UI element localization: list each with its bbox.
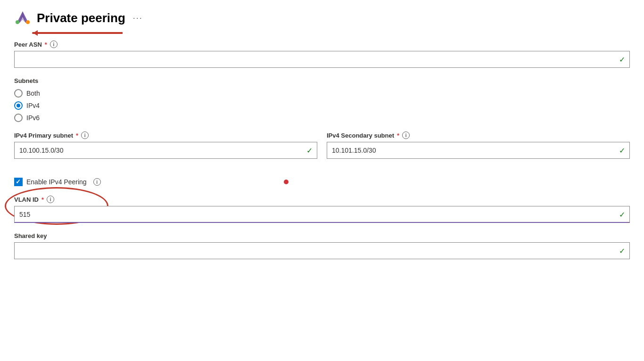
ipv4-primary-info-icon[interactable]: i bbox=[81, 131, 89, 139]
shared-key-checkmark: ✓ bbox=[619, 246, 625, 255]
vlan-id-input[interactable] bbox=[14, 206, 630, 223]
ipv4-secondary-label: IPv4 Secondary subnet * i bbox=[327, 131, 630, 139]
ipv4-primary-checkmark: ✓ bbox=[306, 146, 313, 155]
subnets-field: Subnets Both IPv4 IPv6 bbox=[14, 77, 630, 122]
subnet-ipv4-option[interactable]: IPv4 bbox=[14, 101, 630, 110]
ipv4-secondary-field: IPv4 Secondary subnet * i ✓ bbox=[327, 131, 630, 159]
vlan-id-label-text: VLAN ID bbox=[14, 196, 39, 203]
enable-ipv4-peering-label: Enable IPv4 Peering bbox=[26, 178, 87, 186]
ipv4-secondary-input-wrapper: ✓ bbox=[327, 142, 630, 159]
subnet-both-radio[interactable] bbox=[14, 89, 23, 98]
vlan-id-checkmark: ✓ bbox=[619, 210, 625, 219]
subnets-label: Subnets bbox=[14, 77, 630, 84]
vlan-id-input-wrapper: ✓ bbox=[14, 206, 630, 223]
ipv4-secondary-label-text: IPv4 Secondary subnet bbox=[327, 132, 394, 139]
annotation-arrow bbox=[28, 28, 123, 42]
ipv4-primary-label-text: IPv4 Primary subnet bbox=[14, 132, 73, 139]
subnet-ipv6-option[interactable]: IPv6 bbox=[14, 114, 630, 122]
enable-ipv4-peering-info-icon[interactable]: i bbox=[93, 178, 101, 186]
shared-key-label: Shared key bbox=[14, 232, 630, 239]
shared-key-input-wrapper: ✓ bbox=[14, 242, 630, 259]
more-options-button[interactable]: ··· bbox=[133, 13, 143, 23]
ipv4-secondary-checkmark: ✓ bbox=[619, 146, 625, 155]
peer-asn-checkmark: ✓ bbox=[619, 55, 625, 64]
vlan-id-label: VLAN ID * i bbox=[14, 196, 630, 203]
svg-point-2 bbox=[16, 20, 19, 24]
peer-asn-input-wrapper: ✓ bbox=[14, 51, 630, 68]
subnet-ipv6-label: IPv6 bbox=[26, 114, 40, 122]
vlan-id-info-icon[interactable]: i bbox=[47, 196, 54, 203]
ipv4-primary-input-wrapper: ✓ bbox=[14, 142, 317, 159]
azure-logo-icon bbox=[14, 9, 31, 26]
ipv4-secondary-required: * bbox=[397, 132, 399, 139]
enable-ipv4-peering-field: Enable IPv4 Peering i bbox=[14, 178, 630, 186]
vlan-id-section: VLAN ID * i ✓ bbox=[14, 196, 630, 223]
shared-key-label-text: Shared key bbox=[14, 232, 47, 239]
subnets-radio-group: Both IPv4 IPv6 bbox=[14, 89, 630, 122]
svg-marker-5 bbox=[33, 30, 38, 36]
ipv4-primary-input[interactable] bbox=[14, 142, 317, 159]
vlan-id-required: * bbox=[41, 196, 44, 203]
enable-ipv4-peering-checkbox[interactable] bbox=[14, 178, 23, 186]
ipv4-primary-required: * bbox=[76, 132, 78, 139]
page-title: Private peering bbox=[37, 11, 125, 25]
ipv4-primary-label: IPv4 Primary subnet * i bbox=[14, 131, 317, 139]
shared-key-input[interactable] bbox=[14, 242, 630, 259]
ipv4-primary-field: IPv4 Primary subnet * i ✓ bbox=[14, 131, 317, 159]
subnet-inputs-row: IPv4 Primary subnet * i ✓ IPv4 Secondary… bbox=[14, 131, 630, 168]
ipv4-secondary-input[interactable] bbox=[327, 142, 630, 159]
shared-key-field: Shared key ✓ bbox=[14, 232, 630, 259]
subnet-ipv4-radio[interactable] bbox=[14, 101, 23, 110]
ipv4-secondary-info-icon[interactable]: i bbox=[402, 131, 410, 139]
form-container: Peer ASN * i ✓ Subnets Both IPv4 IPv6 bbox=[14, 41, 630, 259]
subnet-ipv4-label: IPv4 bbox=[26, 102, 40, 109]
svg-point-3 bbox=[26, 20, 30, 24]
page-header: Private peering ··· bbox=[14, 9, 630, 26]
red-dot-indicator bbox=[284, 180, 289, 184]
peer-asn-field: Peer ASN * i ✓ bbox=[14, 41, 630, 68]
vlan-id-field: VLAN ID * i ✓ bbox=[14, 196, 630, 223]
subnet-both-label: Both bbox=[26, 90, 40, 97]
peer-asn-input[interactable] bbox=[14, 51, 630, 68]
subnet-ipv6-radio[interactable] bbox=[14, 114, 23, 122]
subnet-both-option[interactable]: Both bbox=[14, 89, 630, 98]
